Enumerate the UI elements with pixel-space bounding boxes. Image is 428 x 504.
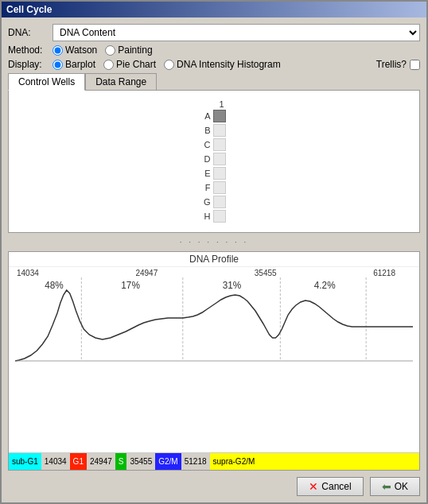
svg-text:4.2%: 4.2%	[314, 280, 336, 291]
method-painting-radio[interactable]	[105, 45, 115, 56]
display-piechart-radio[interactable]	[103, 60, 114, 70]
well-col-header-1: 1	[216, 99, 228, 109]
well-cell-C1[interactable]	[213, 138, 226, 151]
svg-text:17%: 17%	[121, 280, 140, 291]
legend-g1-value: 14034	[41, 453, 70, 470]
svg-text:48%: 48%	[45, 280, 64, 291]
well-row-E: E	[200, 166, 228, 180]
cancel-icon: ✕	[309, 480, 318, 493]
well-row-C: C	[200, 138, 228, 152]
well-cell-E1[interactable]	[213, 167, 226, 180]
cancel-button[interactable]: ✕ Cancel	[297, 477, 363, 496]
well-row-A: A	[200, 109, 228, 123]
dna-profile-title: DNA Profile	[9, 252, 419, 267]
dna-row: DNA: DNA Content	[8, 24, 420, 41]
legend-s-end-value: 35455	[126, 453, 155, 470]
well-cell-D1[interactable]	[213, 153, 226, 165]
well-grid-wrapper: 1 A B C	[200, 99, 228, 223]
method-painting-label[interactable]: Painting	[105, 45, 152, 56]
well-row-H: H	[200, 209, 228, 223]
svg-text:31%: 31%	[223, 280, 242, 291]
legend-subg1: sub-G1	[9, 453, 41, 470]
trellis-checkbox[interactable]	[410, 60, 420, 70]
ok-icon: ⬅	[382, 480, 391, 493]
legend-supra: supra-G2/M	[210, 453, 419, 470]
display-barplot-label[interactable]: Barplot	[53, 59, 95, 70]
tab-control-wells[interactable]: Control Wells	[8, 73, 85, 91]
x-label-1: 14034	[17, 269, 39, 277]
legend-g1-num: 14034	[45, 457, 67, 466]
well-grid-container: 1 A B C	[9, 91, 419, 231]
legend-s-end-num: 35455	[130, 457, 152, 466]
dna-chart-svg: 48% 17% 31% 4.2%	[15, 277, 413, 365]
well-cell-B1[interactable]	[213, 124, 226, 137]
method-radio-group: Watson Painting	[53, 45, 153, 56]
well-row-B: B	[200, 123, 228, 138]
x-label-4: 61218	[373, 269, 395, 277]
dna-label: DNA:	[8, 27, 48, 38]
tab-panel-control-wells: 1 A B C	[8, 90, 420, 233]
tabs-container: Control Wells Data Range	[8, 73, 420, 91]
cancel-label: Cancel	[321, 481, 351, 492]
well-cell-G1[interactable]	[213, 196, 226, 208]
legend-g2m-end-num: 51218	[185, 457, 207, 466]
legend-g2m-end-value: 51218	[181, 453, 210, 470]
legend-s-label: S	[119, 457, 124, 466]
display-label: Display:	[8, 59, 48, 70]
dna-profile-section: DNA Profile 14034 24947 35455 61218 48%	[8, 251, 420, 471]
legend-g2m: G2/M	[155, 453, 181, 470]
legend-g1: G1	[70, 453, 87, 470]
color-legend: sub-G1 14034 G1 24947 S 35455 G2	[9, 452, 419, 470]
legend-g1-end-value: 24947	[87, 453, 115, 470]
well-col-headers: 1	[200, 99, 228, 109]
legend-g1-label: G1	[73, 457, 84, 466]
method-row: Method: Watson Painting	[8, 45, 420, 56]
method-watson-text: Watson	[65, 45, 97, 56]
well-row-D: D	[200, 152, 228, 166]
legend-subg1-label: sub-G1	[12, 457, 38, 466]
display-histogram-radio[interactable]	[164, 60, 174, 70]
tab-data-range[interactable]: Data Range	[85, 73, 157, 91]
display-barplot-radio[interactable]	[53, 60, 63, 70]
legend-g2m-label: G2/M	[158, 457, 177, 466]
well-cell-H1[interactable]	[213, 210, 226, 223]
well-cell-F1[interactable]	[213, 181, 226, 194]
x-label-2: 24947	[135, 269, 158, 277]
display-piechart-text: Pie Chart	[116, 59, 156, 70]
display-piechart-label[interactable]: Pie Chart	[103, 59, 156, 70]
window-title: Cell Cycle	[6, 4, 52, 15]
legend-s: S	[115, 453, 127, 470]
method-watson-radio[interactable]	[53, 45, 63, 56]
display-radio-group: Barplot Pie Chart DNA Intensity Histogra…	[53, 59, 281, 70]
display-histogram-label[interactable]: DNA Intensity Histogram	[164, 59, 281, 70]
well-cell-A1[interactable]	[213, 110, 226, 122]
dna-select[interactable]: DNA Content	[53, 24, 420, 41]
method-label: Method:	[8, 45, 48, 56]
ok-button[interactable]: ⬅ OK	[370, 477, 420, 496]
title-bar: Cell Cycle	[2, 2, 426, 17]
cell-cycle-window: Cell Cycle DNA: DNA Content Method: Wats…	[0, 0, 428, 504]
ok-label: OK	[395, 481, 408, 492]
well-row-F: F	[200, 180, 228, 195]
chart-area: 14034 24947 35455 61218 48% 17% 31% 4	[9, 267, 419, 452]
display-histogram-text: DNA Intensity Histogram	[177, 59, 281, 70]
chart-labels-top: 14034 24947 35455 61218	[15, 267, 413, 277]
divider-dots: · · · · · · · ·	[8, 236, 420, 248]
legend-g1-end-num: 24947	[90, 457, 112, 466]
trellis-label: Trellis?	[376, 59, 407, 70]
display-barplot-text: Barplot	[65, 59, 95, 70]
well-grid: A B C D	[200, 109, 228, 223]
display-row: Display: Barplot Pie Chart DNA Intensity…	[8, 59, 420, 70]
footer-buttons: ✕ Cancel ⬅ OK	[8, 474, 420, 496]
method-watson-label[interactable]: Watson	[53, 45, 97, 56]
well-row-G: G	[200, 195, 228, 209]
trellis-group: Trellis?	[376, 59, 420, 70]
tabs-area: Control Wells Data Range 1 A	[8, 73, 420, 233]
x-label-3: 35455	[255, 269, 277, 277]
legend-supra-label: supra-G2/M	[213, 457, 255, 466]
method-painting-text: Painting	[118, 45, 152, 56]
